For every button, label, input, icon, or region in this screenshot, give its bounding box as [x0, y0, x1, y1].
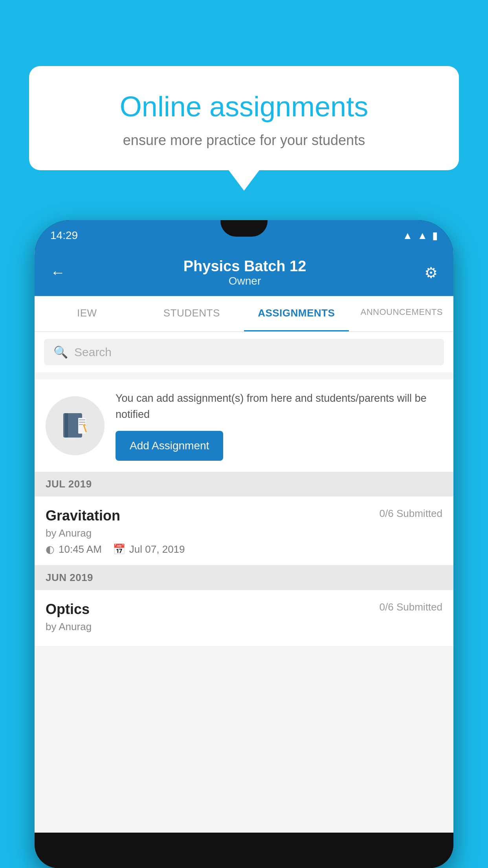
assignment-row-top-optics: Optics 0/6 Submitted: [46, 601, 442, 618]
assignment-date: 📅 Jul 07, 2019: [113, 543, 185, 555]
assignment-meta: ◐ 10:45 AM 📅 Jul 07, 2019: [46, 543, 442, 555]
assignment-item-optics[interactable]: Optics 0/6 Submitted by Anurag: [35, 590, 453, 647]
assignment-name: Gravitation: [46, 508, 120, 524]
status-icons: ▲ ▲ ▮: [403, 230, 438, 242]
phone-content: 🔍 Search: [35, 332, 453, 833]
status-bar: 14:29 ▲ ▲ ▮: [35, 220, 453, 251]
assignment-item-gravitation[interactable]: Gravitation 0/6 Submitted by Anurag ◐ 10…: [35, 497, 453, 565]
assignment-by-optics: by Anurag: [46, 621, 442, 633]
notebook-icon: [59, 410, 91, 441]
phone-frame: 14:29 ▲ ▲ ▮ ← Physics Batch 12 Owner ⚙ I…: [35, 220, 453, 868]
tab-students[interactable]: STUDENTS: [139, 296, 244, 331]
header-subtitle: Owner: [183, 275, 306, 287]
header-center: Physics Batch 12 Owner: [183, 258, 306, 287]
bubble-subtitle: ensure more practice for your students: [53, 132, 435, 149]
speech-bubble: Online assignments ensure more practice …: [29, 66, 459, 170]
phone-bottom: [35, 833, 453, 868]
notch-cutout: [220, 220, 268, 237]
assignment-submitted-optics: 0/6 Submitted: [380, 601, 442, 613]
battery-icon: ▮: [432, 230, 438, 242]
info-card: You can add assignment(s) from here and …: [35, 379, 453, 472]
header-title: Physics Batch 12: [183, 258, 306, 275]
assignment-date-value: Jul 07, 2019: [129, 543, 185, 555]
svg-rect-5: [79, 424, 83, 425]
info-description: You can add assignment(s) from here and …: [116, 390, 442, 422]
signal-icon: ▲: [417, 230, 427, 242]
back-button[interactable]: ←: [50, 264, 65, 281]
tabs-bar: IEW STUDENTS ASSIGNMENTS ANNOUNCEMENTS: [35, 296, 453, 332]
assignment-submitted: 0/6 Submitted: [380, 508, 442, 520]
wifi-icon: ▲: [403, 230, 413, 242]
app-header: ← Physics Batch 12 Owner ⚙: [35, 251, 453, 296]
assignment-time-value: 10:45 AM: [59, 543, 102, 555]
assignment-by: by Anurag: [46, 527, 442, 539]
svg-rect-4: [79, 422, 85, 423]
settings-icon[interactable]: ⚙: [424, 264, 438, 281]
svg-rect-1: [65, 413, 68, 438]
clock-icon: ◐: [46, 543, 55, 555]
assignment-time: ◐ 10:45 AM: [46, 543, 102, 555]
svg-rect-3: [79, 419, 85, 420]
calendar-icon: 📅: [113, 543, 125, 555]
month-separator-jun: JUN 2019: [35, 565, 453, 590]
notebook-icon-wrap: [46, 396, 105, 455]
tab-announcements[interactable]: ANNOUNCEMENTS: [349, 296, 454, 331]
search-placeholder: Search: [74, 346, 112, 359]
assignment-row-top: Gravitation 0/6 Submitted: [46, 508, 442, 524]
tab-iew[interactable]: IEW: [35, 296, 139, 331]
month-separator-jul: JUL 2019: [35, 472, 453, 497]
status-time: 14:29: [50, 229, 78, 242]
search-bar-wrap: 🔍 Search: [35, 332, 453, 372]
tab-assignments[interactable]: ASSIGNMENTS: [244, 296, 349, 331]
add-assignment-button[interactable]: Add Assignment: [116, 431, 223, 461]
info-right: You can add assignment(s) from here and …: [116, 390, 442, 461]
search-bar[interactable]: 🔍 Search: [44, 339, 444, 365]
bubble-title: Online assignments: [53, 90, 435, 123]
search-icon: 🔍: [53, 345, 68, 359]
assignment-name-optics: Optics: [46, 601, 90, 618]
